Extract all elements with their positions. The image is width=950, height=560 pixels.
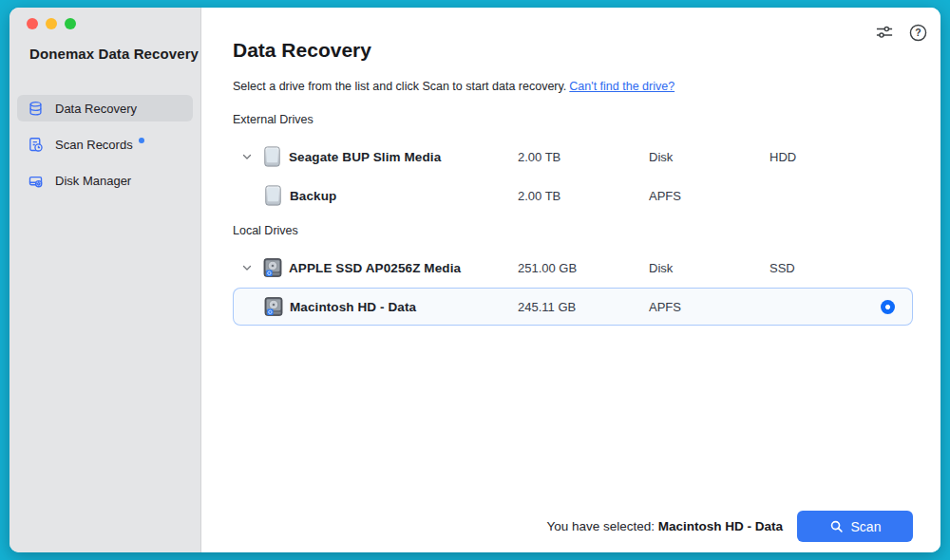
page-subtitle: Select a drive from the list and click S…	[233, 80, 674, 93]
help-icon[interactable]: ?	[907, 22, 928, 43]
chevron-down-icon[interactable]	[240, 261, 254, 274]
search-icon	[829, 519, 844, 533]
disk-manager-icon	[27, 172, 44, 189]
internal-drive-icon	[263, 296, 283, 317]
sidebar-item-disk-manager[interactable]: Disk Manager	[17, 167, 193, 194]
scan-button[interactable]: Scan	[797, 511, 913, 542]
drive-size: 251.00 GB	[518, 261, 577, 275]
main-panel: ? Data Recovery Select a drive from the …	[201, 8, 940, 552]
minimize-window-button[interactable]	[46, 18, 57, 29]
settings-sliders-icon[interactable]	[874, 22, 895, 43]
app-title: Donemax Data Recovery	[29, 46, 199, 62]
drive-size: 245.11 GB	[518, 300, 576, 314]
sidebar: Donemax Data Recovery Data Recovery	[10, 8, 201, 552]
drive-row[interactable]: Seagate BUP Slim Media 2.00 TB Disk HDD	[233, 138, 913, 176]
footer: You have selected: Macintosh HD - Data S…	[546, 511, 913, 542]
drive-type: Disk	[649, 261, 673, 275]
selection-status: You have selected: Macintosh HD - Data	[546, 519, 783, 533]
selected-drive-name: Macintosh HD - Data	[658, 519, 783, 533]
scan-button-label: Scan	[851, 519, 882, 534]
sidebar-item-label: Scan Records	[55, 138, 133, 152]
section-label: Local Drives	[233, 223, 913, 238]
cant-find-drive-link[interactable]: Can't find the drive?	[569, 80, 674, 93]
page-title: Data Recovery	[233, 39, 371, 62]
drive-list: External Drives Seagate BUP Slim Media 2…	[233, 112, 913, 327]
drive-section: Local Drives APPLE SSD AP0256Z Media 251…	[233, 223, 913, 326]
drive-section: External Drives Seagate BUP Slim Media 2…	[233, 112, 913, 215]
internal-drive-icon	[262, 257, 282, 278]
window-controls	[27, 18, 76, 29]
app-window: Donemax Data Recovery Data Recovery	[10, 8, 940, 552]
chevron-down-icon[interactable]	[240, 150, 254, 163]
drive-size: 2.00 TB	[518, 150, 560, 164]
database-icon	[27, 100, 44, 117]
drive-type: Disk	[649, 150, 673, 164]
drive-row[interactable]: Macintosh HD - Data 245.11 GB APFS	[233, 288, 913, 326]
external-drive-icon	[262, 146, 282, 167]
drive-media: HDD	[770, 150, 796, 164]
sidebar-item-data-recovery[interactable]: Data Recovery	[17, 95, 193, 121]
sidebar-item-scan-records[interactable]: Scan Records	[17, 131, 193, 158]
toolbar: ?	[874, 22, 928, 43]
close-window-button[interactable]	[27, 18, 38, 29]
subtitle-text: Select a drive from the list and click S…	[233, 80, 566, 93]
drive-size: 2.00 TB	[518, 189, 560, 203]
drive-name: APPLE SSD AP0256Z Media	[289, 261, 461, 275]
section-label: External Drives	[233, 112, 913, 127]
drive-name: Seagate BUP Slim Media	[289, 150, 441, 164]
drive-type: APFS	[649, 300, 681, 314]
sidebar-item-label: Disk Manager	[55, 174, 131, 188]
fullscreen-window-button[interactable]	[65, 18, 76, 29]
svg-text:?: ?	[915, 28, 921, 38]
drive-name: Macintosh HD - Data	[290, 300, 416, 314]
notification-dot	[139, 138, 144, 143]
sidebar-nav: Data Recovery Scan Records	[17, 95, 193, 194]
external-drive-icon	[263, 185, 283, 206]
drive-type: APFS	[649, 189, 681, 203]
sidebar-item-label: Data Recovery	[55, 102, 137, 116]
radio-selected-icon[interactable]	[881, 300, 895, 314]
scan-records-icon	[27, 136, 44, 153]
drive-name: Backup	[290, 189, 336, 203]
drive-media: SSD	[770, 261, 795, 275]
drive-row[interactable]: Backup 2.00 TB APFS	[233, 177, 913, 215]
selection-prefix: You have selected:	[546, 519, 657, 533]
drive-row[interactable]: APPLE SSD AP0256Z Media 251.00 GB Disk S…	[233, 249, 913, 287]
